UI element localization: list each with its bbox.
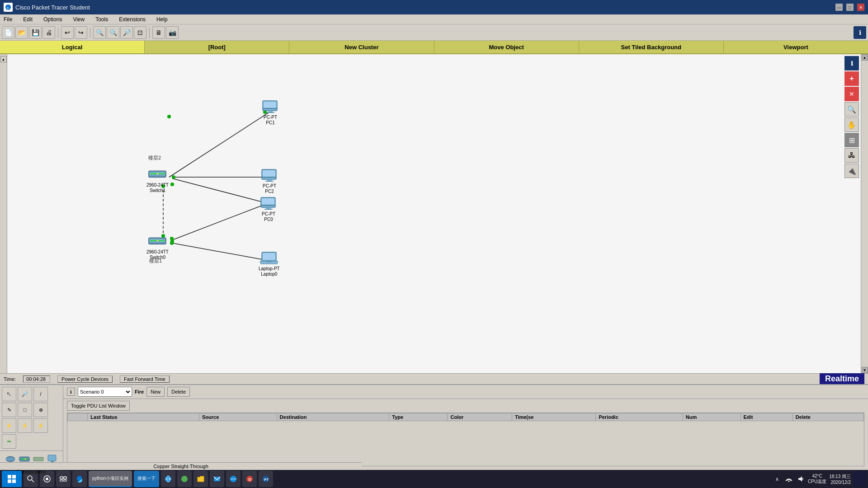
annotation-floor1: 楼层1 — [149, 258, 162, 264]
add-tool[interactable]: + — [844, 71, 859, 86]
taskbar-mail[interactable] — [210, 471, 224, 487]
device-pc1[interactable]: PC-PTPC1 — [261, 99, 279, 126]
zoom-tool[interactable]: 🔍 — [844, 102, 859, 117]
rect-tool[interactable]: □ — [18, 403, 32, 417]
network-icon[interactable] — [784, 474, 793, 483]
start-button[interactable] — [2, 471, 22, 487]
select-tool[interactable]: ↖ — [2, 387, 16, 401]
draw-tool[interactable]: / — [33, 387, 48, 401]
pdu-col-periodic: Periodic — [596, 413, 683, 421]
zoom-in-button[interactable]: 🔍 — [93, 26, 106, 39]
taskbar-taskview[interactable] — [56, 471, 71, 487]
svg-rect-77 — [64, 477, 66, 479]
print-button[interactable]: 🖨 — [42, 26, 55, 39]
lightning-tool2[interactable]: ⚡ — [18, 418, 32, 433]
nav-viewport[interactable]: Viewport — [724, 41, 868, 53]
redo-button[interactable]: ↪ — [75, 26, 87, 39]
network-canvas[interactable]: PC-PTPC1 PC-PTPC2 — [7, 54, 868, 373]
menu-tools[interactable]: Tools — [94, 15, 110, 23]
action-power-cycle[interactable]: Power Cycle Devices — [57, 375, 113, 383]
cpu-temp[interactable]: 42°C CPU温度 — [808, 474, 826, 485]
nav-logical[interactable]: Logical — [0, 41, 145, 53]
cpu-temp-label: CPU温度 — [808, 479, 826, 485]
new-button[interactable]: 📄 — [2, 26, 14, 39]
delete-button[interactable]: Delete — [167, 387, 190, 397]
svg-point-19 — [170, 237, 174, 240]
zoom-fit-button[interactable]: ⊡ — [134, 26, 146, 39]
delete-tool[interactable]: ✕ — [844, 87, 859, 101]
info-tool[interactable]: ℹ — [844, 56, 859, 70]
open-button[interactable]: 📂 — [15, 26, 28, 39]
text-tool[interactable]: ✎ — [2, 403, 16, 417]
vertical-scrollbar[interactable]: ▲ ▼ — [861, 54, 868, 373]
maximize-button[interactable]: □ — [846, 4, 854, 11]
clock[interactable]: 18:13 周三 2020/12/2 — [829, 474, 851, 485]
taskbar-search[interactable] — [24, 471, 38, 487]
undo-button[interactable]: ↩ — [61, 26, 74, 39]
hand-tool[interactable]: ✋ — [844, 117, 859, 132]
toolbar: 📄 📂 💾 🖨 ↩ ↪ 🔍 🔍 🔎 ⊡ 🖥 📷 ℹ — [0, 24, 868, 41]
info-button[interactable]: ℹ — [854, 26, 866, 39]
scroll-up-button[interactable]: ▲ — [862, 54, 868, 61]
close-button[interactable]: ✕ — [857, 4, 864, 11]
svg-rect-68 — [8, 475, 11, 479]
menu-view[interactable]: View — [71, 15, 86, 23]
new-button[interactable]: New — [146, 387, 165, 397]
nav-move-object[interactable]: Move Object — [434, 41, 579, 53]
device-pc2[interactable]: PC-PTPC2 — [260, 168, 278, 194]
menu-help[interactable]: Help — [155, 15, 170, 23]
lightning-tool1[interactable]: ⚡ — [2, 418, 16, 433]
action-fast-forward[interactable]: Fast Forward Time — [120, 375, 170, 383]
lightning-tool3[interactable]: ⚡ — [33, 418, 48, 433]
device-tool1[interactable]: 🖧 — [844, 148, 859, 163]
taskbar-python[interactable]: python小项目实例 — [89, 471, 132, 487]
minimize-button[interactable]: — — [835, 4, 843, 11]
svg-point-43 — [155, 173, 156, 174]
pencil-tool[interactable]: ✏ — [2, 434, 16, 449]
scenario-select[interactable]: Scenario 0 — [78, 387, 132, 397]
scenario-toolbar: ℹ Scenario 0 Fire New Delete — [63, 385, 868, 399]
toggle-pdu-button[interactable]: Toggle PDU List Window — [67, 401, 130, 411]
taskbar-misc[interactable] — [177, 471, 192, 487]
show-desktop[interactable] — [854, 471, 866, 487]
inspect-tool[interactable]: 🔎 — [18, 387, 32, 401]
taskbar-browser2[interactable] — [226, 471, 241, 487]
taskbar-edge[interactable] — [72, 471, 87, 487]
save-button[interactable]: 💾 — [29, 26, 42, 39]
devices-button[interactable]: 🖥 — [152, 26, 165, 39]
zoom-custom-button[interactable]: 🔎 — [120, 26, 133, 39]
nav-new-cluster[interactable]: New Cluster — [289, 41, 434, 53]
taskbar-python-label: python小项目实例 — [92, 475, 128, 482]
zoom-out-button[interactable]: 🔍 — [107, 26, 119, 39]
window-controls[interactable]: — □ ✕ — [835, 4, 864, 11]
taskbar-cisco[interactable]: PT — [259, 471, 273, 487]
plus-tool[interactable]: ⊕ — [33, 403, 48, 417]
taskbar-explorer[interactable] — [193, 471, 208, 487]
device-switch0[interactable]: 2960-24TTSwitch0 — [146, 234, 169, 260]
device-pc0[interactable]: PC-PTPC0 — [259, 196, 278, 222]
scroll-up-btn[interactable]: ▲ — [0, 56, 7, 62]
grid-tool[interactable]: ⊞ — [844, 133, 859, 147]
taskbar-browser[interactable] — [161, 471, 175, 487]
nav-root[interactable]: [Root] — [145, 41, 289, 53]
menu-options[interactable]: Options — [42, 15, 64, 23]
capture-button[interactable]: 📷 — [166, 26, 179, 39]
menu-file[interactable]: File — [2, 15, 14, 23]
device-switch1[interactable]: 2960-24TTSwitch1 — [146, 167, 169, 193]
scroll-down-button[interactable]: ▼ — [862, 367, 868, 373]
taskbar-search2[interactable]: 搜索一下 — [134, 471, 159, 487]
show-hidden-icons[interactable]: ∧ — [773, 474, 782, 483]
top-nav[interactable]: Logical [Root] New Cluster Move Object S… — [0, 41, 868, 54]
taskbar-cortana[interactable] — [40, 471, 54, 487]
svg-text:O: O — [248, 477, 251, 482]
realtime-badge: Realtime — [820, 374, 864, 384]
menu-extensions[interactable]: Extensions — [117, 15, 147, 23]
device-tool2[interactable]: 🔌 — [844, 164, 859, 178]
device-laptop0[interactable]: Laptop-PTLaptop0 — [259, 251, 280, 277]
taskbar-office[interactable]: O — [242, 471, 257, 487]
volume-icon[interactable] — [796, 474, 805, 483]
menu-edit[interactable]: Edit — [21, 15, 34, 23]
scenario-info-icon[interactable]: ℹ — [67, 388, 75, 396]
nav-set-tiled[interactable]: Set Tiled Background — [579, 41, 724, 53]
time-value: 00:04:28 — [23, 375, 50, 383]
